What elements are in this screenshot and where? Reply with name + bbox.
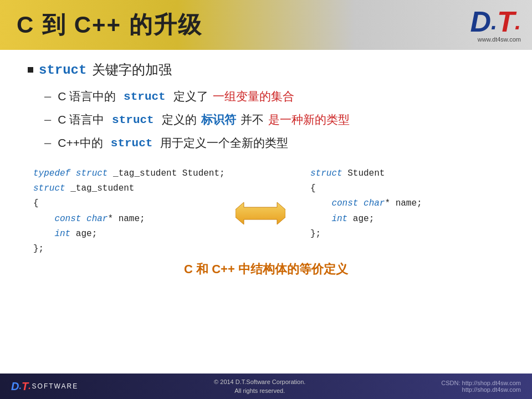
code-left: typedef struct _tag_student Student; str… [28,166,227,257]
bullet-square-icon [28,67,33,73]
logo-period: . [515,11,521,33]
code-left-line1: typedef struct _tag_student Student; [33,166,227,181]
footer-copyright: © 2014 D.T.Software Corporation. All rig… [214,377,305,396]
sub1-highlight: 一组变量的集合 [213,89,294,104]
logo-t-letter: T [497,7,515,36]
dash-2: – [44,112,51,127]
code-left-line3: { [33,196,227,211]
sub3-keyword: struct [111,137,153,150]
footer: D . T . SOFTWARE © 2014 D.T.Software Cor… [0,374,532,399]
sub2-keyword: struct [112,114,154,126]
sub1-text1: C 语言中的 [58,89,119,104]
footer-right-line2: http://shop.dt4sw.com [441,386,521,393]
code-right-line2: { [310,181,504,196]
sub-bullets: – C 语言中的 struct 定义了 一组变量的集合 – C 语言中 stru… [44,89,504,151]
main-content: struct 关键字的加强 – C 语言中的 struct 定义了 一组变量的集… [0,50,532,374]
slide-title: C 到 C++ 的升级 [17,9,202,40]
footer-logo-period: . [28,381,30,391]
sub-bullet-1: – C 语言中的 struct 定义了 一组变量的集合 [44,89,504,104]
code-right-line3: const char* name; [310,196,504,211]
code-right-line5: }; [310,227,504,242]
footer-right-line1: CSDN: http://shop.dt4sw.com [441,380,521,386]
sub3-text2: 用于定义一个全新的类型 [157,135,288,151]
footer-right: CSDN: http://shop.dt4sw.com http://shop.… [441,380,521,393]
sub-bullet-3: – C++中的 struct 用于定义一个全新的类型 [44,135,504,151]
logo-d-letter: D [470,7,491,36]
logo-dot1: . [491,11,497,33]
code-left-line6: }; [33,242,227,257]
code-right: struct Student { const char* name; int a… [294,166,504,242]
code-right-line4: int age; [310,212,504,227]
code-section: typedef struct _tag_student Student; str… [28,166,504,257]
code-left-line5: int age; [33,227,227,242]
sub3-text1: C++中的 [58,135,106,151]
code-left-line2: struct _tag_student [33,181,227,196]
code-caption: C 和 C++ 中结构体的等价定义 [28,261,504,278]
sub2-highlight1: 标识符 [201,112,236,127]
double-arrow-icon [236,200,285,227]
footer-copyright-line1: © 2014 D.T.Software Corporation. [214,377,305,387]
footer-logo-d: D [11,380,19,393]
footer-logo: D . T . SOFTWARE [11,380,78,393]
dash-1: – [44,89,51,104]
logo-url: www.dt4sw.com [478,36,521,43]
svg-marker-0 [236,202,285,224]
main-bullet: struct 关键字的加强 [28,61,504,79]
logo-area: D . T . www.dt4sw.com [470,7,521,43]
arrow-area [227,166,294,227]
code-left-line4: const char* name; [33,212,227,227]
slide: C 到 C++ 的升级 D . T . www.dt4sw.com struct… [0,0,532,399]
code-right-line1: struct Student [310,166,504,181]
footer-copyright-line2: All rights reserved. [214,386,305,396]
sub1-text2: 定义了 [170,89,208,104]
sub2-text3: 并不 [241,112,264,127]
footer-logo-t: T [22,380,28,393]
sub1-keyword: struct [124,90,166,103]
sub2-text1: C 语言中 [58,112,108,127]
logo-dt: D . T . [470,7,521,36]
main-bullet-text: 关键字的加强 [92,61,172,79]
footer-logo-software: SOFTWARE [32,382,79,390]
header: C 到 C++ 的升级 D . T . www.dt4sw.com [0,0,532,50]
dash-3: – [44,136,51,150]
sub-bullet-2: – C 语言中 struct 定义的 标识符 并不 是一种新的类型 [44,112,504,127]
main-bullet-keyword: struct [39,63,86,78]
sub2-highlight2: 是一种新的类型 [268,112,350,127]
sub2-text2: 定义的 [158,112,197,127]
